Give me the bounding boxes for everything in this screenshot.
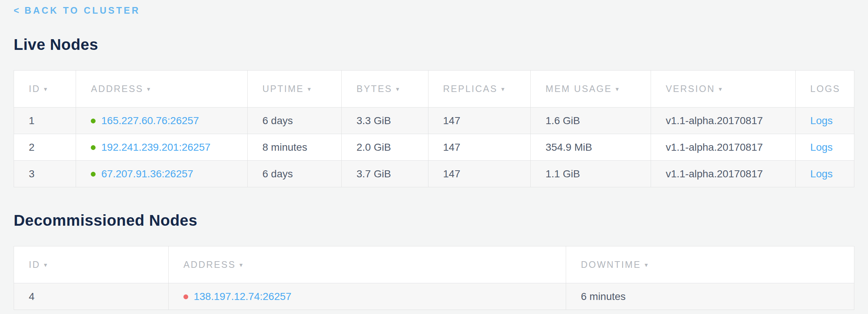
column-header-label: VERSION [666, 83, 715, 94]
node-downtime-cell: 6 minutes [566, 283, 854, 310]
column-header-id[interactable]: ID▾ [14, 246, 169, 283]
node-live-status-icon [91, 145, 96, 150]
logs-link[interactable]: Logs [810, 115, 833, 126]
node-dead-status-icon [183, 294, 188, 299]
column-header-address[interactable]: ADDRESS▾ [168, 246, 566, 283]
column-header-label: UPTIME [262, 83, 304, 94]
column-header-version[interactable]: VERSION▾ [651, 71, 795, 107]
node-replicas-cell: 147 [428, 107, 531, 134]
column-header-label: LOGS [810, 83, 840, 94]
node-uptime-cell: 8 minutes [248, 134, 342, 161]
decommissioned-nodes-header-row: ID▾ ADDRESS▾ DOWNTIME▾ [14, 246, 854, 283]
node-version-cell: v1.1-alpha.20170817 [651, 107, 795, 134]
live-node-row: 3 67.207.91.36:26257 6 days 3.7 GiB 147 … [14, 161, 854, 187]
sort-arrow-icon: ▾ [240, 262, 244, 269]
node-logs-cell: Logs [795, 161, 854, 187]
column-header-label: MEM USAGE [545, 83, 612, 94]
column-header-label: ID [29, 83, 40, 94]
node-replicas-cell: 147 [428, 134, 531, 161]
column-header-label: ADDRESS [91, 83, 143, 94]
node-uptime-cell: 6 days [248, 161, 342, 187]
column-header-mem-usage[interactable]: MEM USAGE▾ [531, 71, 651, 107]
sort-arrow-icon: ▾ [396, 86, 400, 93]
node-address-cell: 165.227.60.76:26257 [76, 107, 248, 134]
column-header-replicas[interactable]: REPLICAS▾ [428, 71, 531, 107]
node-uptime-cell: 6 days [248, 107, 342, 134]
sort-arrow-icon: ▾ [44, 262, 48, 269]
column-header-uptime[interactable]: UPTIME▾ [248, 71, 342, 107]
sort-arrow-icon: ▾ [501, 86, 506, 93]
node-id-cell: 3 [14, 161, 76, 187]
live-node-row: 2 192.241.239.201:26257 8 minutes 2.0 Gi… [14, 134, 854, 161]
sort-arrow-icon: ▾ [307, 86, 312, 93]
live-nodes-title: Live Nodes [14, 36, 854, 54]
column-header-id[interactable]: ID▾ [14, 71, 76, 107]
sort-arrow-icon: ▾ [44, 86, 48, 93]
node-address-link[interactable]: 67.207.91.36:26257 [101, 168, 193, 180]
node-version-cell: v1.1-alpha.20170817 [651, 134, 795, 161]
node-version-cell: v1.1-alpha.20170817 [651, 161, 795, 187]
column-header-label: DOWNTIME [581, 259, 641, 270]
logs-link[interactable]: Logs [810, 141, 833, 153]
node-address-cell: 67.207.91.36:26257 [76, 161, 248, 187]
node-mem-usage-cell: 1.6 GiB [531, 107, 651, 134]
node-address-link[interactable]: 165.227.60.76:26257 [101, 115, 199, 126]
logs-link[interactable]: Logs [810, 168, 833, 180]
node-address-cell: 138.197.12.74:26257 [168, 283, 566, 310]
decommissioned-node-row: 4 138.197.12.74:26257 6 minutes [14, 283, 854, 310]
node-id-cell: 4 [14, 283, 169, 310]
node-id-cell: 1 [14, 107, 76, 134]
node-replicas-cell: 147 [428, 161, 531, 187]
column-header-label: ADDRESS [183, 259, 236, 270]
node-mem-usage-cell: 1.1 GiB [531, 161, 651, 187]
node-logs-cell: Logs [795, 107, 854, 134]
node-bytes-cell: 3.7 GiB [342, 161, 428, 187]
column-header-bytes[interactable]: BYTES▾ [342, 71, 428, 107]
column-header-label: BYTES [356, 83, 392, 94]
decommissioned-nodes-title: Decommissioned Nodes [14, 212, 854, 229]
column-header-logs: LOGS [795, 71, 854, 107]
node-id-cell: 2 [14, 134, 76, 161]
node-live-status-icon [91, 172, 96, 177]
node-bytes-cell: 3.3 GiB [342, 107, 428, 134]
nodes-page: <BACK TO CLUSTER Live Nodes ID▾ ADDRESS▾… [0, 0, 868, 310]
sort-arrow-icon: ▾ [719, 86, 723, 93]
node-address-cell: 192.241.239.201:26257 [76, 134, 248, 161]
node-bytes-cell: 2.0 GiB [342, 134, 428, 161]
sort-arrow-icon: ▾ [616, 86, 620, 93]
sort-arrow-icon: ▾ [147, 86, 151, 93]
column-header-downtime[interactable]: DOWNTIME▾ [566, 246, 854, 283]
chevron-left-icon: < [14, 5, 21, 16]
live-nodes-table: ID▾ ADDRESS▾ UPTIME▾ BYTES▾ REPLICAS▾ ME… [14, 70, 854, 187]
node-live-status-icon [91, 119, 96, 123]
sort-arrow-icon: ▾ [645, 262, 649, 269]
back-to-cluster-label: BACK TO CLUSTER [25, 5, 140, 16]
live-nodes-header-row: ID▾ ADDRESS▾ UPTIME▾ BYTES▾ REPLICAS▾ ME… [14, 71, 854, 107]
node-logs-cell: Logs [795, 134, 854, 161]
live-node-row: 1 165.227.60.76:26257 6 days 3.3 GiB 147… [14, 107, 854, 134]
node-address-link[interactable]: 138.197.12.74:26257 [194, 291, 292, 302]
decommissioned-nodes-table: ID▾ ADDRESS▾ DOWNTIME▾ 4 138.197.12.74:2… [14, 246, 854, 310]
column-header-label: REPLICAS [443, 83, 498, 94]
node-mem-usage-cell: 354.9 MiB [531, 134, 651, 161]
node-address-link[interactable]: 192.241.239.201:26257 [101, 141, 210, 153]
column-header-address[interactable]: ADDRESS▾ [76, 71, 248, 107]
back-to-cluster-link[interactable]: <BACK TO CLUSTER [14, 5, 140, 16]
column-header-label: ID [29, 259, 40, 270]
